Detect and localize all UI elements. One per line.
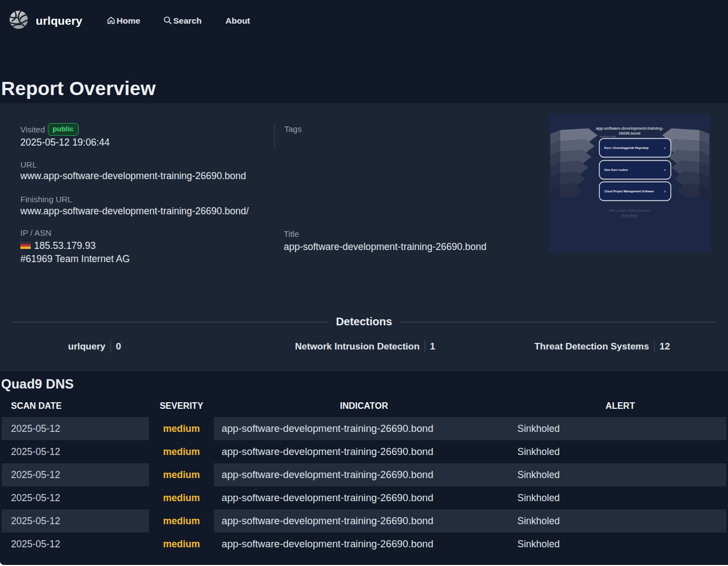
- svg-text:RELATED LINKS: RELATED LINKS: [600, 136, 616, 138]
- svg-text:Hms Kurs Ledere: Hms Kurs Ledere: [604, 168, 628, 171]
- svg-text:Kurs i Grunnleggende Regnskap: Kurs i Grunnleggende Regnskap: [604, 146, 649, 149]
- svg-text:Privacy Policy: Privacy Policy: [622, 214, 638, 217]
- svg-text:2025 Copyright. All Rights Res: 2025 Copyright. All Rights Reserved.: [609, 209, 650, 212]
- svg-text:Cloud Project Management Softw: Cloud Project Management Software: [604, 190, 654, 193]
- svg-text:26690.bond: 26690.bond: [619, 131, 641, 136]
- svg-text:app-software-development-train: app-software-development-training-: [596, 126, 664, 131]
